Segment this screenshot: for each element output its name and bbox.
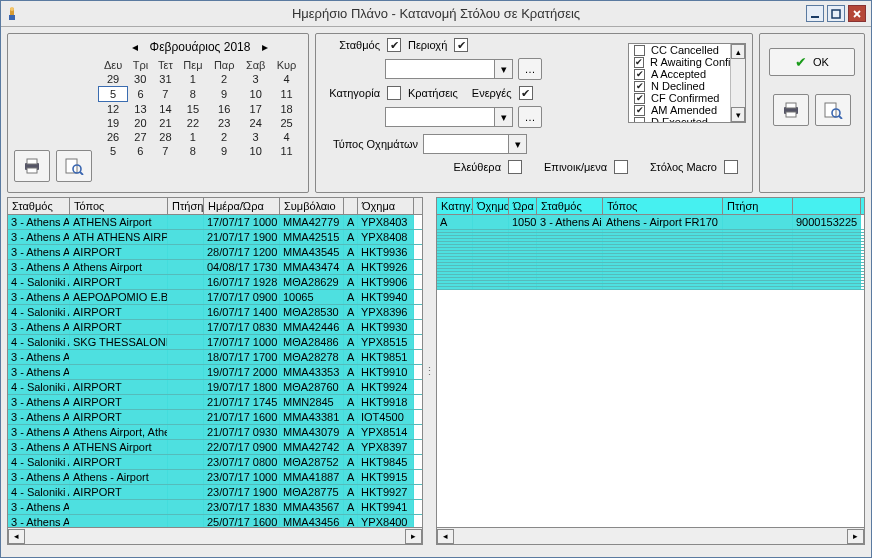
cal-day[interactable]: 18 [271, 102, 302, 117]
col-header[interactable]: Ώρα [509, 198, 537, 214]
col-header[interactable]: Πτήση [723, 198, 793, 214]
bookings-check[interactable] [387, 86, 401, 100]
vehicle-types-input[interactable] [423, 134, 509, 154]
minimize-button[interactable] [806, 5, 824, 22]
ok-button[interactable]: ✔ OK [769, 48, 855, 76]
status-check[interactable]: ✔ [634, 69, 645, 80]
status-item[interactable]: D Executed [629, 116, 745, 123]
category-input[interactable] [385, 107, 495, 127]
cal-day[interactable]: 2 [208, 72, 240, 87]
cal-day[interactable]: 27 [128, 130, 153, 144]
cal-day[interactable]: 1 [178, 130, 208, 144]
cal-day[interactable]: 25 [271, 116, 302, 130]
cal-day[interactable]: 5 [99, 87, 128, 102]
cal-day[interactable]: 28 [153, 130, 178, 144]
col-header[interactable]: Τόπος [603, 198, 723, 214]
table-row[interactable]: 3 - Athens AirAIRPORT17/07/17 0830MMA424… [8, 320, 422, 335]
table-row[interactable]: 3 - Athens AirATH ATHENS AIRPORT ARRI21/… [8, 230, 422, 245]
left-hscroll[interactable]: ◂ ▸ [8, 527, 422, 544]
status-item[interactable]: ✔R Awaiting Confirm [629, 56, 745, 68]
table-row[interactable] [437, 287, 864, 290]
cal-day[interactable]: 10 [240, 87, 271, 102]
region-check[interactable]: ✔ [454, 38, 468, 52]
print-button[interactable] [14, 150, 50, 182]
scroll-right-button[interactable]: ▸ [405, 529, 422, 544]
prev-month-button[interactable]: ◂ [126, 40, 144, 54]
col-header[interactable]: Τόπος [70, 198, 168, 214]
status-check[interactable]: ✔ [634, 57, 644, 68]
grid-splitter[interactable]: ⋮ [427, 197, 432, 545]
status-check[interactable]: ✔ [634, 81, 645, 92]
cal-day[interactable]: 3 [240, 130, 271, 144]
scroll-left-button[interactable]: ◂ [8, 529, 25, 544]
left-grid[interactable]: ΣταθμόςΤόποςΠτήσηΗμέρα/ΏραΣυμβόλαιοΌχημα… [7, 197, 423, 545]
cal-day[interactable]: 9 [208, 144, 240, 158]
col-header[interactable]: Πτήση [168, 198, 204, 214]
status-item[interactable]: ✔CF Confirmed [629, 92, 745, 104]
cal-day[interactable]: 26 [99, 130, 128, 144]
status-check[interactable] [634, 45, 645, 56]
status-check[interactable] [634, 117, 645, 124]
cal-day[interactable]: 8 [178, 87, 208, 102]
close-button[interactable] [848, 5, 866, 22]
cal-day[interactable]: 24 [240, 116, 271, 130]
cal-day[interactable]: 13 [128, 102, 153, 117]
table-row[interactable]: 3 - Athens AirATHENS Airport17/07/17 100… [8, 215, 422, 230]
station-check[interactable]: ✔ [387, 38, 401, 52]
free-check[interactable] [508, 160, 522, 174]
table-row[interactable]: 3 - Athens AirATHENS Airport22/07/17 090… [8, 440, 422, 455]
cal-day[interactable]: 30 [128, 72, 153, 87]
table-row[interactable]: 3 - Athens Air23/07/17 1830MMA43567AHKT9… [8, 500, 422, 515]
cal-day[interactable]: 5 [99, 144, 128, 158]
status-item[interactable]: ✔AM Amended [629, 104, 745, 116]
table-row[interactable]: A10503 - Athens AirAthens - Airport FR17… [437, 215, 864, 230]
col-header[interactable]: Συμβόλαιο [280, 198, 344, 214]
table-row[interactable]: 3 - Athens AirAthens Airport04/08/17 173… [8, 260, 422, 275]
print2-button[interactable] [773, 94, 809, 126]
station-input[interactable] [385, 59, 495, 79]
cal-day[interactable]: 19 [99, 116, 128, 130]
cal-day[interactable]: 2 [208, 130, 240, 144]
table-row[interactable]: 3 - Athens Air25/07/17 1600MMA43456AYPX8… [8, 515, 422, 527]
scroll-up-button[interactable]: ▴ [731, 44, 745, 59]
vehicle-types-dropdown[interactable]: ▾ [509, 134, 527, 154]
rentable-check[interactable] [614, 160, 628, 174]
table-row[interactable]: 4 - Saloniki AAIRPORT19/07/17 1800MΘA287… [8, 380, 422, 395]
status-scrollbar[interactable]: ▴ ▾ [730, 44, 745, 122]
col-header[interactable] [344, 198, 358, 214]
maximize-button[interactable] [827, 5, 845, 22]
table-row[interactable]: 3 - Athens AirAIRPORT28/07/17 1200MMA435… [8, 245, 422, 260]
cal-day[interactable]: 7 [153, 87, 178, 102]
table-row[interactable]: 4 - Saloniki AAIRPORT16/07/17 1928MΘA286… [8, 275, 422, 290]
cal-day[interactable]: 11 [271, 144, 302, 158]
cal-day[interactable]: 10 [240, 144, 271, 158]
col-header[interactable] [793, 198, 861, 214]
cal-day[interactable]: 16 [208, 102, 240, 117]
right-grid[interactable]: Κατηγ.ΌχημαΏραΣταθμόςΤόποςΠτήση A10503 -… [436, 197, 865, 545]
col-header[interactable]: Σταθμός [8, 198, 70, 214]
preview2-button[interactable] [815, 94, 851, 126]
table-row[interactable]: 3 - Athens Air19/07/17 2000MMA43353AHKT9… [8, 365, 422, 380]
category-browse-button[interactable]: … [518, 106, 542, 128]
cal-day[interactable]: 7 [153, 144, 178, 158]
table-row[interactable]: 4 - Saloniki AAIRPORT16/07/17 1400MΘA285… [8, 305, 422, 320]
col-header[interactable]: Κατηγ. [437, 198, 473, 214]
col-header[interactable]: Όχημα [358, 198, 414, 214]
status-item[interactable]: ✔N Declined [629, 80, 745, 92]
cal-day[interactable]: 31 [153, 72, 178, 87]
col-header[interactable]: Ημέρα/Ώρα [204, 198, 280, 214]
preview-button[interactable] [56, 150, 92, 182]
table-row[interactable]: 3 - Athens AirΑΕΡΟΔΡΟΜΙΟ Ε.Β.17/07/17 09… [8, 290, 422, 305]
next-month-button[interactable]: ▸ [256, 40, 274, 54]
station-dropdown[interactable]: ▾ [495, 59, 513, 79]
cal-day[interactable]: 12 [99, 102, 128, 117]
cal-day[interactable]: 8 [178, 144, 208, 158]
cal-day[interactable]: 29 [99, 72, 128, 87]
col-header[interactable]: Σταθμός [537, 198, 603, 214]
table-row[interactable]: 3 - Athens AirAthens - Airport23/07/17 1… [8, 470, 422, 485]
cal-day[interactable]: 17 [240, 102, 271, 117]
fleet-macro-check[interactable] [724, 160, 738, 174]
cal-day[interactable]: 22 [178, 116, 208, 130]
cal-day[interactable]: 21 [153, 116, 178, 130]
right-hscroll[interactable]: ◂ ▸ [437, 527, 864, 544]
